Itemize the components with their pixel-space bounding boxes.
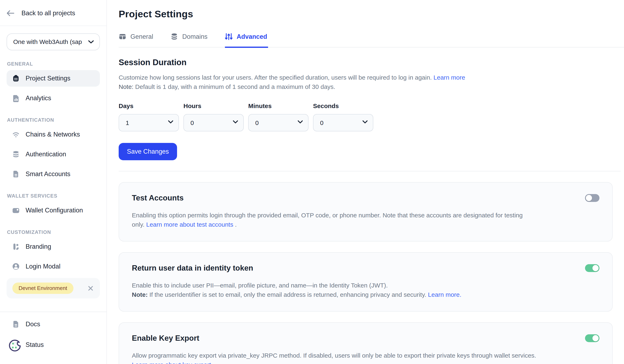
learn-more-test-accounts-link[interactable]: Learn more about test accounts xyxy=(146,221,233,228)
description-text: Customize how long sessions last for you… xyxy=(119,74,432,81)
tab-label: General xyxy=(130,33,153,40)
card-text: . xyxy=(233,221,237,228)
card-text: Enabling this option permits login throu… xyxy=(132,212,523,218)
sidebar-item-label: Authentication xyxy=(26,150,66,158)
card-text: If the userIdentifier is set to email, o… xyxy=(148,291,428,298)
duration-fields: Days 1 Hours 0 Minutes xyxy=(119,102,624,131)
back-label: Back to all projects xyxy=(22,9,75,17)
sidebar-item-docs[interactable]: Docs xyxy=(7,316,100,333)
sidebar-item-label: Smart Accounts xyxy=(26,170,70,178)
sidebar-item-label: Chains & Networks xyxy=(26,131,80,138)
document-icon xyxy=(12,170,20,178)
learn-more-key-export-link[interactable]: Learn more about key export. xyxy=(132,361,213,364)
card-text: Enable this to include user PII—email, p… xyxy=(132,282,388,289)
content-divider xyxy=(119,171,621,171)
sidebar-item-label: Wallet Configuration xyxy=(26,207,83,214)
user-circle-icon xyxy=(12,263,20,270)
sidebar-item-analytics[interactable]: Analytics xyxy=(7,90,100,106)
sliders-icon xyxy=(225,33,233,40)
tab-advanced[interactable]: Advanced xyxy=(225,33,268,48)
environment-badge: Devnet Environment xyxy=(12,283,74,294)
sidebar-item-authentication[interactable]: Authentication xyxy=(7,146,100,163)
tab-label: Domains xyxy=(182,33,208,40)
card-description: Enabling this option permits login throu… xyxy=(132,211,553,229)
section-label-customization: CUSTOMIZATION xyxy=(7,229,106,235)
note-prefix: Note: xyxy=(119,83,133,90)
section-label-general: GENERAL xyxy=(7,61,106,67)
sidebar-item-label: Analytics xyxy=(26,95,51,102)
arrow-left-icon xyxy=(6,10,14,17)
sidebar-item-label: Branding xyxy=(26,243,51,250)
note-prefix: Note: xyxy=(132,291,148,298)
days-field-group: Days 1 xyxy=(119,102,179,131)
wifi-icon xyxy=(12,131,20,138)
tab-domains[interactable]: Domains xyxy=(170,33,208,48)
identity-token-toggle[interactable] xyxy=(585,264,599,272)
seconds-select[interactable]: 0 xyxy=(313,114,373,131)
sidebar-item-label: Project Settings xyxy=(26,75,70,82)
sidebar-item-project-settings[interactable]: Project Settings xyxy=(7,70,100,87)
minutes-field-group: Minutes 0 xyxy=(248,102,309,131)
main-content: Project Settings General Domains xyxy=(107,0,624,364)
environment-banner: Devnet Environment xyxy=(7,278,100,298)
project-selector-value: One with Web3Auth (sap xyxy=(13,38,82,45)
note-text: Default is 1 day, with a minimum of 1 se… xyxy=(133,83,335,90)
sidebar-item-login-modal[interactable]: Login Modal xyxy=(7,258,100,275)
close-icon[interactable] xyxy=(87,285,94,292)
section-label-authentication: AUTHENTICATION xyxy=(7,117,106,123)
sidebar: Back to all projects One with Web3Auth (… xyxy=(0,0,107,364)
sidebar-divider xyxy=(0,312,106,312)
sidebar-item-chains-networks[interactable]: Chains & Networks xyxy=(7,126,100,143)
sidebar-item-wallet-configuration[interactable]: Wallet Configuration xyxy=(7,202,100,218)
key-export-card: Enable Key Export Allow programmatic key… xyxy=(119,322,613,364)
footer-link-label: Docs xyxy=(26,320,40,328)
test-accounts-card: Test Accounts Enabling this option permi… xyxy=(119,182,613,242)
identity-token-card: Return user data in identity token Enabl… xyxy=(119,252,613,312)
days-label: Days xyxy=(119,102,179,110)
back-to-projects-link[interactable]: Back to all projects xyxy=(0,0,106,26)
save-changes-button[interactable]: Save Changes xyxy=(119,143,177,160)
database-icon xyxy=(170,33,178,40)
session-duration-description: Customize how long sessions last for you… xyxy=(119,73,624,91)
tab-label: Advanced xyxy=(237,33,267,40)
chevron-down-icon xyxy=(88,40,94,44)
clipboard-icon xyxy=(12,74,20,82)
hours-label: Hours xyxy=(183,102,244,110)
minutes-label: Minutes xyxy=(248,102,309,110)
card-title: Test Accounts xyxy=(132,194,184,202)
hours-field-group: Hours 0 xyxy=(183,102,244,131)
hours-select[interactable]: 0 xyxy=(183,114,244,131)
database-icon xyxy=(12,150,20,158)
key-export-toggle[interactable] xyxy=(585,334,599,342)
section-label-wallet-services: WALLET SERVICES xyxy=(7,193,106,199)
tab-bar: General Domains Advanced xyxy=(119,33,624,48)
table-icon xyxy=(119,33,126,40)
seconds-field-group: Seconds 0 xyxy=(313,102,373,131)
sidebar-item-status[interactable]: Status xyxy=(7,336,100,353)
project-selector-dropdown[interactable]: One with Web3Auth (sap xyxy=(7,33,100,50)
learn-more-link[interactable]: Learn more xyxy=(434,74,465,81)
analytics-chart-icon xyxy=(12,94,20,102)
card-text: only. xyxy=(132,221,146,228)
sidebar-item-label: Login Modal xyxy=(26,263,60,270)
sidebar-item-branding[interactable]: Branding xyxy=(7,238,100,255)
wallet-icon xyxy=(12,206,20,214)
days-select[interactable]: 1 xyxy=(119,114,179,131)
card-title: Enable Key Export xyxy=(132,334,199,342)
seconds-label: Seconds xyxy=(313,102,373,110)
card-description: Enable this to include user PII—email, p… xyxy=(132,281,553,299)
card-title: Return user data in identity token xyxy=(132,264,253,272)
docs-icon xyxy=(12,320,20,328)
branding-palette-icon xyxy=(12,243,20,251)
test-accounts-toggle[interactable] xyxy=(585,194,599,202)
learn-more-identity-link[interactable]: Learn more. xyxy=(428,291,461,298)
sidebar-item-smart-accounts[interactable]: Smart Accounts xyxy=(7,166,100,182)
page-title: Project Settings xyxy=(119,8,624,20)
tab-general[interactable]: General xyxy=(119,33,154,48)
minutes-select[interactable]: 0 xyxy=(248,114,309,131)
card-description: Allow programmatic key export via privat… xyxy=(132,351,553,364)
status-cookie-icon xyxy=(8,338,22,351)
app-window: Back to all projects One with Web3Auth (… xyxy=(0,0,624,364)
session-duration-heading: Session Duration xyxy=(119,58,624,67)
footer-link-label: Status xyxy=(26,341,44,348)
